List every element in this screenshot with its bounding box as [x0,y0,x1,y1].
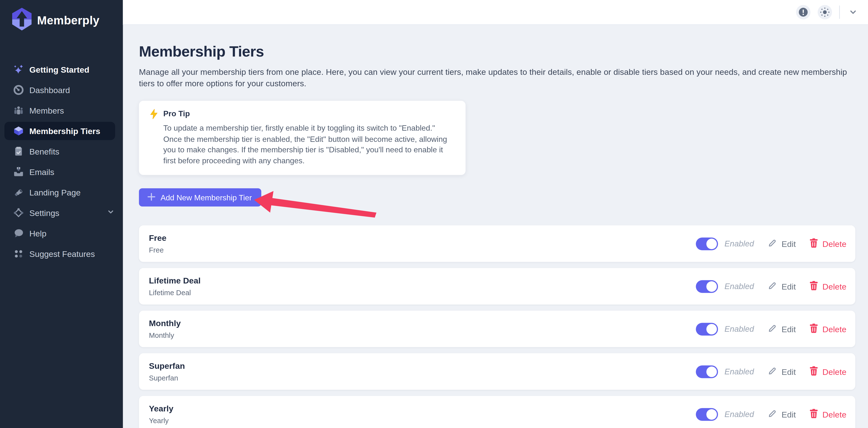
pencil-icon [768,366,777,377]
sidebar-nav: Getting Started Dashboard [0,59,123,264]
edit-label: Edit [781,282,796,291]
delete-button[interactable]: Delete [809,281,846,292]
tier-subtitle: Yearly [149,416,174,425]
tier-status-label: Enabled [724,324,755,333]
gauge-icon [13,85,24,95]
tier-status-label: Enabled [724,282,755,290]
tier-info: Free Free [149,233,166,254]
tier-actions: Enabled Edit [696,408,846,421]
sidebar-item-label: Help [29,229,115,238]
sidebar-item-emails[interactable]: Emails [0,162,123,182]
pro-tip-text: To update a membership tier, firstly ena… [163,123,450,166]
delete-button[interactable]: Delete [809,238,846,250]
sidebar-item-help[interactable]: Help [0,223,123,244]
sidebar-item-label: Membership Tiers [29,126,115,136]
tier-row: Yearly Yearly Enabled Edit [139,396,855,428]
trash-icon [809,238,818,250]
tier-subtitle: Monthly [149,331,181,339]
trash-icon [809,281,818,292]
pencil-icon [768,409,777,420]
edit-button[interactable]: Edit [768,323,796,334]
delete-button[interactable]: Delete [809,366,846,377]
delete-button[interactable]: Delete [809,408,846,420]
edit-label: Edit [781,239,796,248]
sidebar-item-label: Suggest Features [29,249,115,259]
sidebar-item-members[interactable]: Members [0,100,123,121]
red-annotation-arrow [252,190,378,220]
sidebar-item-label: Settings [29,208,106,218]
toggle-knob [706,238,717,249]
tier-enabled-toggle[interactable] [696,280,718,292]
sidebar-item-label: Members [29,106,115,115]
pencil-icon [768,238,777,249]
header-divider [839,6,840,19]
add-button-label: Add New Membership Tier [160,193,252,202]
tier-actions: Enabled Edit [696,280,846,292]
tier-status-label: Enabled [724,410,755,419]
toggle-knob [706,366,717,377]
tier-list: Free Free Enabled Edit [139,225,855,428]
edit-button[interactable]: Edit [768,409,796,420]
edit-button[interactable]: Edit [768,238,796,249]
trash-icon [809,408,818,420]
toggle-knob [706,324,717,334]
cube-arrow-up-icon [12,8,32,33]
trash-icon [809,323,818,335]
tier-enabled-toggle[interactable] [696,322,718,335]
plus-icon [147,192,156,202]
tier-info: Superfan Superfan [149,361,185,382]
sidebar-item-label: Landing Page [29,188,115,197]
tier-enabled-toggle[interactable] [696,365,718,378]
tier-actions: Enabled Edit [696,365,846,378]
tier-name: Yearly [149,404,174,413]
chevron-down-icon[interactable] [848,7,858,17]
sidebar-item-settings[interactable]: Settings [0,203,123,223]
chat-bubble-icon [13,228,24,238]
tier-row: Superfan Superfan Enabled Edit [139,353,855,390]
tier-actions: Enabled Edit [696,237,846,250]
sidebar-item-benefits[interactable]: Benefits [0,141,123,162]
delete-label: Delete [823,409,846,419]
tier-subtitle: Superfan [149,374,185,382]
tier-info: Yearly Yearly [149,404,174,425]
tier-subtitle: Lifetime Deal [149,289,200,297]
add-tier-row: Add New Membership Tier [139,188,855,206]
delete-button[interactable]: Delete [809,323,846,335]
people-icon [13,105,24,116]
delete-label: Delete [823,239,846,248]
pencil-icon [768,323,777,334]
edit-button[interactable]: Edit [768,366,796,377]
toggle-knob [706,409,717,420]
tier-subtitle: Free [149,246,166,254]
edit-label: Edit [781,409,796,419]
tier-enabled-toggle[interactable] [696,408,718,421]
top-header [123,0,868,25]
tier-enabled-toggle[interactable] [696,237,718,250]
add-new-membership-tier-button[interactable]: Add New Membership Tier [139,188,261,206]
alert-circle-icon[interactable] [796,5,810,19]
pro-tip-title: Pro Tip [163,109,450,118]
edit-label: Edit [781,324,796,334]
sidebar-item-label: Getting Started [29,65,115,74]
brightness-icon[interactable] [817,5,832,19]
tier-row: Lifetime Deal Lifetime Deal Enabled Edit [139,268,855,305]
cube-icon [13,126,24,136]
sidebar-item-dashboard[interactable]: Dashboard [0,80,123,100]
tier-name: Monthly [149,318,181,328]
delete-label: Delete [823,324,846,334]
page-title: Membership Tiers [139,42,855,60]
sidebar-item-membership-tiers[interactable]: Membership Tiers [0,121,123,141]
tier-name: Superfan [149,361,185,370]
inbox-arrow-icon [13,167,24,177]
main-content: Membership Tiers Manage all your members… [123,25,868,428]
delete-label: Delete [823,282,846,291]
tier-name: Lifetime Deal [149,276,200,285]
delete-label: Delete [823,367,846,376]
sidebar: Memberply Getting Started [0,0,123,428]
sidebar-item-suggest-features[interactable]: Suggest Features [0,244,123,264]
sidebar-item-getting-started[interactable]: Getting Started [0,59,123,80]
sidebar-item-landing-page[interactable]: Landing Page [0,182,123,203]
edit-button[interactable]: Edit [768,281,796,292]
brand-name: Memberply [37,13,99,27]
telescope-icon [13,187,24,198]
